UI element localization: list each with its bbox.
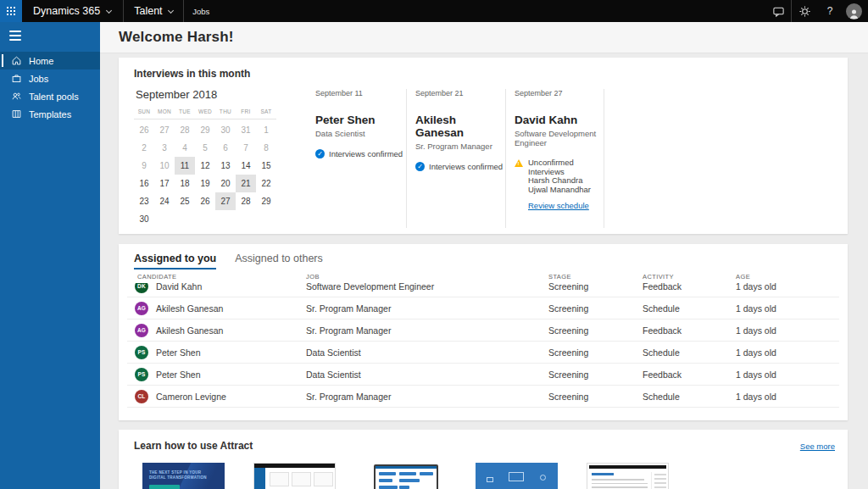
calendar-day[interactable]: 12 [195, 157, 215, 175]
calendar-day[interactable]: 6 [215, 139, 236, 157]
calendar-empty-cell [154, 210, 175, 228]
calendar-day[interactable]: 26 [134, 121, 154, 139]
sidebar-item-templates[interactable]: Templates [0, 105, 100, 123]
attract-dashboard-thumbnail[interactable] [253, 463, 336, 489]
calendar-day-header: TUE [175, 108, 195, 114]
calendar-day[interactable]: 30 [215, 121, 236, 139]
column-header-stage: STAGE [548, 273, 643, 281]
learn-thumbnails: THE NEXT STEP IN YOUR DIGITAL TRANSFORMA… [142, 463, 848, 489]
calendar-day-header: MON [154, 108, 175, 114]
see-more-link[interactable]: See more [800, 442, 835, 451]
account-button[interactable] [843, 0, 868, 22]
calendar-day[interactable]: 7 [236, 139, 256, 157]
app-launcher-button[interactable] [0, 0, 22, 22]
candidate-table-row[interactable]: CL Cameron Levigne Sr. Program Manager S… [127, 386, 839, 408]
calendar-day[interactable]: 24 [154, 192, 175, 210]
laptop-dashboard-thumbnail[interactable] [364, 463, 447, 489]
calendar-day[interactable]: 31 [236, 121, 256, 139]
calendar-day[interactable]: 28 [175, 121, 195, 139]
nav-collapse-button[interactable] [0, 22, 34, 52]
calendar-day[interactable]: 13 [215, 157, 236, 175]
interview-candidate-name: Akilesh Ganesan [415, 114, 505, 139]
candidate-table-row[interactable]: AG Akilesh Ganesan Sr. Program Manager S… [127, 320, 839, 342]
calendar-day[interactable]: 30 [134, 210, 154, 228]
calendar-day[interactable]: 2 [134, 139, 154, 157]
calendar-day[interactable]: 29 [256, 192, 276, 210]
interview-column: September 27 David Kahn Software Develop… [505, 89, 604, 228]
chevron-down-icon [168, 7, 174, 13]
calendar-day[interactable]: 1 [256, 121, 276, 139]
calendar-day[interactable]: 19 [195, 175, 215, 192]
calendar-day[interactable]: 16 [134, 175, 154, 192]
calendar-day[interactable]: 11 [175, 157, 195, 175]
calendar-day[interactable]: 29 [195, 121, 215, 139]
main-content: Welcome Harsh! Interviews in this month … [100, 22, 868, 489]
waffle-icon [7, 7, 15, 15]
calendar-day[interactable]: 27 [154, 121, 175, 139]
candidate-avatar: AG [135, 302, 148, 315]
welcome-header: Welcome Harsh! [100, 22, 868, 53]
talent-pools-icon [10, 91, 22, 103]
documentation-page-thumbnail[interactable] [587, 463, 669, 489]
candidate-avatar: AG [135, 324, 148, 337]
job-cell: Sr. Program Manager [306, 303, 548, 314]
column-header-candidate: CANDIDATE [127, 273, 306, 281]
page-title: Welcome Harsh! [119, 29, 234, 46]
job-cell: Sr. Program Manager [306, 392, 548, 402]
calendar-day[interactable]: 3 [154, 139, 175, 157]
unconfirmed-interviewer-name: Harsh Chandra [528, 176, 604, 186]
unconfirmed-interviews-status: Unconfirmed Interviews Harsh ChandraUjwa… [515, 158, 604, 212]
calendar-day[interactable]: 10 [154, 157, 175, 175]
age-cell: 1 days old [736, 347, 839, 358]
how-it-works-diagram-thumbnail[interactable] [476, 463, 558, 489]
age-cell: 1 days old [736, 370, 839, 380]
banner-button-shape [149, 485, 180, 489]
calendar-day[interactable]: 14 [236, 157, 256, 175]
calendar-day[interactable]: 15 [256, 157, 276, 175]
calendar-day[interactable]: 5 [195, 139, 215, 157]
chevron-down-icon [106, 7, 112, 13]
sidebar-item-label: Home [29, 56, 53, 66]
interview-column: September 11 Peter Shen Data Scientist I… [307, 89, 406, 228]
calendar-day[interactable]: 4 [175, 139, 195, 157]
calendar-day[interactable]: 18 [175, 175, 195, 192]
sidebar-item-label: Talent pools [29, 92, 79, 102]
sidebar-item-home[interactable]: Home [0, 52, 100, 69]
calendar-day[interactable]: 26 [195, 192, 215, 210]
sidebar-item-talent-pools[interactable]: Talent pools [0, 87, 100, 105]
calendar-day-header: SUN [134, 108, 154, 114]
activity-cell: Schedule [643, 347, 736, 358]
calendar-day[interactable]: 22 [256, 175, 276, 192]
calendar-day[interactable]: 9 [134, 157, 154, 175]
dynamics-365-menu[interactable]: Dynamics 365 [22, 0, 123, 22]
learn-card: Learn how to use Attract See more THE NE… [119, 430, 848, 489]
calendar-day[interactable]: 23 [134, 192, 154, 210]
talent-app-menu[interactable]: Talent [124, 0, 183, 22]
candidate-table-row[interactable]: AG Akilesh Ganesan Sr. Program Manager S… [127, 297, 839, 320]
sidebar-item-jobs[interactable]: Jobs [0, 69, 100, 87]
help-button[interactable]: ? [817, 0, 843, 22]
candidate-table-row[interactable]: PS Peter Shen Data Scientist Screening F… [127, 364, 839, 386]
top-app-bar: Dynamics 365 Talent Jobs ? [0, 0, 868, 22]
interview-column: September 21 Akilesh Ganesan Sr. Program… [406, 89, 505, 228]
candidate-table-row[interactable]: PS Peter Shen Data Scientist Screening S… [127, 342, 839, 364]
calendar-day[interactable]: 27 [215, 192, 236, 210]
tab-assigned-to-others[interactable]: Assigned to others [235, 253, 323, 270]
calendar-day[interactable]: 28 [236, 192, 256, 210]
assignments-tabs: Assigned to youAssigned to others [127, 253, 839, 270]
settings-button[interactable] [792, 0, 817, 22]
review-schedule-link[interactable]: Review schedule [528, 201, 589, 210]
feedback-button[interactable] [765, 0, 791, 22]
activity-cell: Schedule [643, 303, 736, 314]
calendar-day[interactable]: 25 [175, 192, 195, 210]
current-page-label: Jobs [184, 7, 209, 16]
calendar-day[interactable]: 8 [256, 139, 276, 157]
calendar-day[interactable]: 17 [154, 175, 175, 192]
calendar-day[interactable]: 20 [215, 175, 236, 192]
tab-assigned-to-you[interactable]: Assigned to you [134, 253, 216, 270]
calendar-day[interactable]: 21 [236, 175, 256, 192]
activity-cell: Schedule [643, 392, 736, 402]
job-cell: Sr. Program Manager [306, 325, 548, 336]
digital-transformation-banner-thumbnail[interactable]: THE NEXT STEP IN YOUR DIGITAL TRANSFORMA… [142, 463, 225, 489]
candidate-avatar: CL [135, 390, 148, 403]
